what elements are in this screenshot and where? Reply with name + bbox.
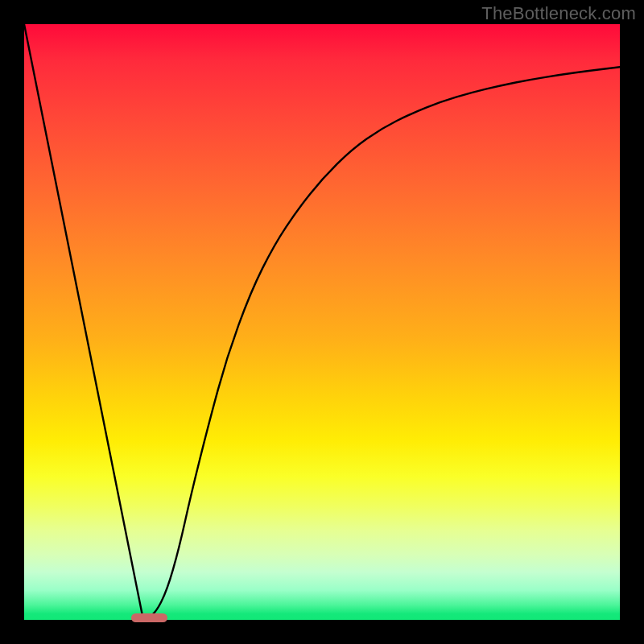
chart-frame: TheBottleneck.com	[0, 0, 644, 644]
bottleneck-curve	[24, 24, 620, 620]
watermark-text: TheBottleneck.com	[481, 3, 636, 24]
plot-area	[24, 24, 620, 620]
optimal-marker	[131, 613, 167, 622]
